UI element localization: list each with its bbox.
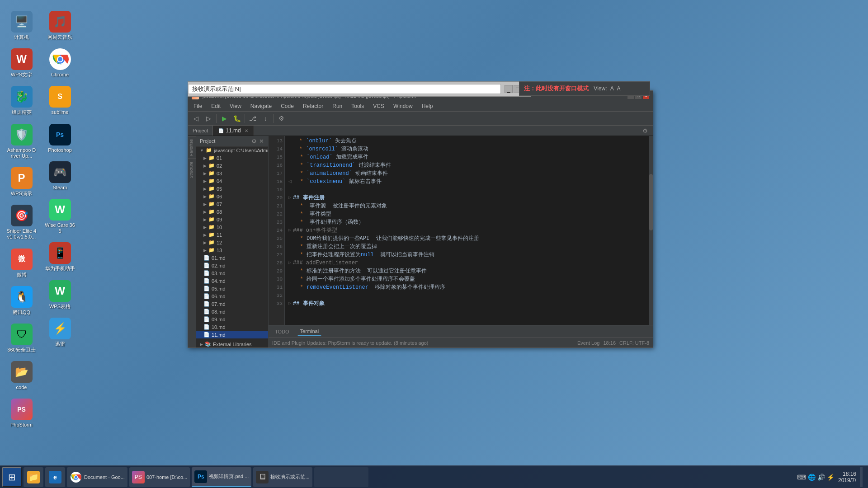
menu-code[interactable]: Code xyxy=(279,102,296,110)
vertical-scrollbar[interactable] xyxy=(649,136,653,325)
scrollbar-thumb[interactable] xyxy=(649,174,653,230)
menu-vcs[interactable]: VCS xyxy=(371,102,386,110)
taskbar-item-ie[interactable]: e xyxy=(45,467,65,487)
tabs-gear-button[interactable]: ⚙ xyxy=(641,127,649,135)
tree-item-05[interactable]: ▶ 📁 05 xyxy=(196,185,268,192)
desktop-icon-leiyuan[interactable]: ⚡ 迅雷 xyxy=(43,316,77,349)
tree-item-11md[interactable]: 📄 11.md xyxy=(196,331,268,338)
desktop-icon-ashampoo[interactable]: 🛡️ Ashampoo Driver Up... xyxy=(5,122,38,161)
tray-network-icon[interactable]: 🌐 xyxy=(808,474,816,481)
toolbar-update-button[interactable]: ↓ xyxy=(259,113,271,124)
desktop-icon-sniper[interactable]: 🎯 Sniper Elite 4 v1.0-v1.5.0... xyxy=(5,203,38,242)
tree-item-06[interactable]: ▶ 📁 06 xyxy=(196,192,268,200)
tree-item-04[interactable]: ▶ 📁 04 xyxy=(196,177,268,185)
toolbar-back-button[interactable]: ◁ xyxy=(190,113,202,124)
tree-item-12[interactable]: ▶ 📁 12 xyxy=(196,239,268,246)
project-gear-button[interactable]: ⚙ xyxy=(251,138,257,144)
desktop-icon-sublime[interactable]: S sublime xyxy=(43,84,77,117)
tree-item-02md[interactable]: 📄 02.md xyxy=(196,262,268,269)
taskbar-clock[interactable]: 18:16 2019/7/ xyxy=(838,471,856,483)
tree-item-13[interactable]: ▶ 📁 13 xyxy=(196,246,268,254)
menu-view[interactable]: View xyxy=(228,102,243,110)
menu-help[interactable]: Help xyxy=(420,102,435,110)
desktop-icon-huawei[interactable]: 📱 华为手机助手 xyxy=(43,240,77,273)
tab-close-icon[interactable]: ✕ xyxy=(245,128,248,133)
fold-arrow-24[interactable]: ▷ xyxy=(288,226,291,235)
start-button[interactable]: ⊞ xyxy=(2,467,22,487)
desktop-icon-wise-care[interactable]: W Wise Care 365 xyxy=(43,197,77,236)
menu-tools[interactable]: Tools xyxy=(349,102,366,110)
taskbar-item-ps[interactable]: Ps 视频详情页.psd ... xyxy=(192,467,251,487)
tree-item-09md[interactable]: 📄 09.md xyxy=(196,315,268,323)
todo-tab[interactable]: TODO xyxy=(272,328,292,335)
desktop-icon-wangyi[interactable]: 🎵 网易云音乐 xyxy=(43,9,77,42)
tree-item-10[interactable]: ▶ 📁 10 xyxy=(196,223,268,231)
show-desktop-button[interactable] xyxy=(860,467,863,487)
tree-item-01md[interactable]: 📄 01.md xyxy=(196,254,268,262)
fold-arrow-28[interactable]: ▷ xyxy=(288,259,291,267)
menu-navigate[interactable]: Navigate xyxy=(249,102,274,110)
tree-item-10md[interactable]: 📄 10.md xyxy=(196,323,268,331)
desktop-icon-wps-demo[interactable]: P WPS演示 xyxy=(5,165,38,198)
desktop-icon-360[interactable]: 🛡 360安全卫士 xyxy=(5,322,38,355)
favorites-tab[interactable]: Favorites xyxy=(188,136,196,159)
tree-item-02[interactable]: ▶ 📁 02 xyxy=(196,162,268,169)
tree-item-external-libs[interactable]: ▶ 📚 External Libraries xyxy=(196,340,268,347)
toolbar-debug-button[interactable]: 🐛 xyxy=(231,113,243,124)
tree-item-04md[interactable]: 📄 04.md xyxy=(196,277,268,285)
tree-item-11[interactable]: ▶ 📁 11 xyxy=(196,231,268,239)
arrow-icon: ▶ xyxy=(203,187,207,191)
desktop-icon-photoshop[interactable]: Ps Photoshop xyxy=(43,122,77,155)
toolbar-git-button[interactable]: ⎇ xyxy=(247,113,259,124)
desktop-icon-steam[interactable]: 🎮 Steam xyxy=(43,160,77,192)
fold-arrow-20[interactable]: ▷ xyxy=(288,194,291,202)
menu-run[interactable]: Run xyxy=(330,102,344,110)
desktop-icon-wps-excel[interactable]: W WPS表格 xyxy=(43,278,77,311)
menu-window[interactable]: Window xyxy=(392,102,415,110)
tree-item-08md[interactable]: 📄 08.md xyxy=(196,308,268,315)
editor-tab-11md[interactable]: 📄 11.md ✕ xyxy=(213,126,254,136)
project-tab-header[interactable]: Project xyxy=(188,126,213,136)
desktop-icon-computer[interactable]: 🖥️ 计算机 xyxy=(5,9,38,42)
tree-item-08[interactable]: ▶ 📁 08 xyxy=(196,208,268,216)
desktop-icon-chrome[interactable]: Chrome xyxy=(43,47,77,80)
desktop-icon-group-psd[interactable]: 🐉 组走精英 xyxy=(5,84,38,117)
folder-icon: 📁 xyxy=(208,209,215,215)
tree-item-01[interactable]: ▶ 📁 01 xyxy=(196,154,268,162)
taskbar-item-phpstorm-task[interactable]: PS 007-home [D:\co... xyxy=(129,467,190,487)
arrow-icon: ▶ xyxy=(203,202,207,206)
tree-item-07[interactable]: ▶ 📁 07 xyxy=(196,200,268,208)
toolbar-settings-button[interactable]: ⚙ xyxy=(275,113,287,124)
terminal-tab[interactable]: Terminal xyxy=(297,328,322,336)
tree-item-root[interactable]: ▼ 📁 javascript C:\Users\Admin... xyxy=(196,146,268,154)
taskbar-item-explorer[interactable]: 📁 xyxy=(24,467,43,487)
tray-keyboard-icon[interactable]: ⌨ xyxy=(797,474,806,481)
code-view[interactable]: * `onblur` 失去焦点 * `onsrcoll` 滚动条滚动 * `on… xyxy=(285,136,649,325)
tree-item-06md[interactable]: 📄 06.md xyxy=(196,292,268,300)
desktop-icon-weibo[interactable]: 微 微博 xyxy=(5,247,38,280)
project-close-button[interactable]: ✕ xyxy=(258,138,264,144)
tree-item-03md[interactable]: 📄 03.md xyxy=(196,269,268,277)
desktop-icon-qq[interactable]: 🐧 腾讯QQ xyxy=(5,284,38,317)
menu-refactor[interactable]: Refactor xyxy=(301,102,325,110)
notice-title-input[interactable]: 接收演示或示范[N] xyxy=(188,84,501,94)
desktop-icon-phpstorm[interactable]: PS PhpStorm xyxy=(5,397,38,430)
tray-battery-icon[interactable]: ⚡ xyxy=(827,474,835,481)
notice-minimize-button[interactable]: _ xyxy=(505,85,513,93)
desktop-icon-code[interactable]: 📂 code xyxy=(5,359,38,392)
structure-tab[interactable]: Structure xyxy=(188,159,196,181)
desktop-icon-wps-text[interactable]: W WPS文字 xyxy=(5,47,38,80)
toolbar-forward-button[interactable]: ▷ xyxy=(203,113,214,124)
menu-file[interactable]: File xyxy=(192,102,204,110)
taskbar-item-monitor[interactable]: 🖥 接收演示或示范... xyxy=(253,467,312,487)
tree-item-05md[interactable]: 📄 05.md xyxy=(196,285,268,292)
tray-volume-icon[interactable]: 🔊 xyxy=(817,474,825,481)
arrow-icon: ▶ xyxy=(203,217,207,222)
tree-item-03[interactable]: ▶ 📁 03 xyxy=(196,169,268,177)
tree-item-09[interactable]: ▶ 📁 09 xyxy=(196,216,268,223)
tree-item-07md[interactable]: 📄 07.md xyxy=(196,300,268,308)
taskbar-item-chrome[interactable]: Document - Goo... xyxy=(67,467,127,487)
fold-arrow-33[interactable]: ▷ xyxy=(288,300,291,308)
menu-edit[interactable]: Edit xyxy=(209,102,222,110)
toolbar-run-button[interactable]: ▶ xyxy=(218,113,230,124)
